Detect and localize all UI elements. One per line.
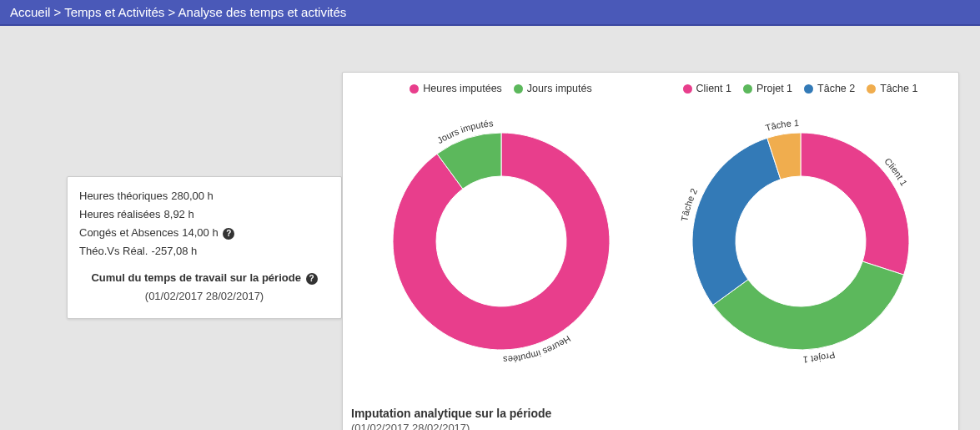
slice-label: Tâche 1 <box>764 118 799 133</box>
chart-left: Heures imputéesJours imputés Heures impu… <box>351 79 651 397</box>
legend-label: Tâche 2 <box>817 83 855 94</box>
charts-caption-period: (01/02/2017 28/02/2017) <box>351 422 551 430</box>
summary-title: Cumul du temps de travail sur la période… <box>79 269 329 287</box>
help-icon[interactable]: ? <box>306 273 318 285</box>
breadcrumb-level1[interactable]: Temps et Activités <box>64 5 164 19</box>
legend-item[interactable]: Heures imputées <box>410 83 502 94</box>
summary-row: Heures réalisées8,92 h <box>79 205 329 224</box>
donut-chart: Heures imputéesJours imputés <box>376 116 626 367</box>
chart-legend: Client 1Projet 1Tâche 2Tâche 1 <box>678 79 923 116</box>
breadcrumb-sep: > <box>168 5 175 19</box>
legend-swatch <box>804 84 813 94</box>
summary-row: Congés et Absences14,00 h ? <box>79 224 329 242</box>
legend-item[interactable]: Projet 1 <box>743 83 792 94</box>
charts-card: Heures imputéesJours imputés Heures impu… <box>342 72 959 430</box>
summary-row-label: Congés et Absences <box>79 226 178 239</box>
legend-label: Heures imputées <box>423 83 502 94</box>
legend-swatch <box>410 84 419 94</box>
summary-row-label: Heures réalisées <box>79 208 161 220</box>
summary-row-value: 8,92 h <box>164 208 194 220</box>
summary-row-value: -257,08 h <box>151 245 197 257</box>
chart-legend: Heures imputéesJours imputés <box>405 79 596 116</box>
legend-swatch <box>683 84 692 94</box>
summary-row-value: 280,00 h <box>171 190 214 202</box>
charts-caption-title: Imputation analytique sur la période <box>351 407 551 420</box>
slice-label: Projet 1 <box>802 350 836 365</box>
summary-title-text: Cumul du temps de travail sur la période <box>91 271 300 284</box>
legend-label: Projet 1 <box>756 83 792 94</box>
summary-row-label: Heures théoriques <box>79 190 168 202</box>
legend-label: Client 1 <box>696 83 731 94</box>
breadcrumb-level2: Analyse des temps et activités <box>178 5 347 19</box>
legend-swatch <box>743 84 752 94</box>
summary-row-value: 14,00 h <box>182 226 218 239</box>
summary-period: (01/02/2017 28/02/2017) <box>79 287 329 306</box>
legend-item[interactable]: Tâche 2 <box>804 83 855 94</box>
legend-label: Jours imputés <box>527 83 592 94</box>
breadcrumb: Accueil > Temps et Activités > Analyse d… <box>0 0 980 26</box>
legend-label: Tâche 1 <box>880 83 917 94</box>
summary-row: Théo.Vs Réal.-257,08 h <box>79 242 329 261</box>
summary-row: Heures théoriques280,00 h <box>79 187 329 205</box>
breadcrumb-sep: > <box>54 5 62 19</box>
help-icon[interactable]: ? <box>223 228 234 240</box>
legend-item[interactable]: Jours imputés <box>514 83 592 94</box>
legend-swatch <box>514 84 523 94</box>
legend-swatch <box>867 84 876 94</box>
donut-slice[interactable] <box>801 133 909 275</box>
donut-slice[interactable] <box>692 138 781 305</box>
summary-card: Heures théoriques280,00 hHeures réalisée… <box>67 176 342 319</box>
charts-caption: Imputation analytique sur la période (01… <box>351 407 551 430</box>
legend-item[interactable]: Client 1 <box>683 83 731 94</box>
summary-row-label: Théo.Vs Réal. <box>79 245 148 257</box>
breadcrumb-home[interactable]: Accueil <box>10 5 50 19</box>
legend-item[interactable]: Tâche 1 <box>867 83 917 94</box>
chart-right: Client 1Projet 1Tâche 2Tâche 1 Client 1P… <box>651 79 950 397</box>
donut-chart: Client 1Projet 1Tâche 2Tâche 1 <box>676 116 926 367</box>
